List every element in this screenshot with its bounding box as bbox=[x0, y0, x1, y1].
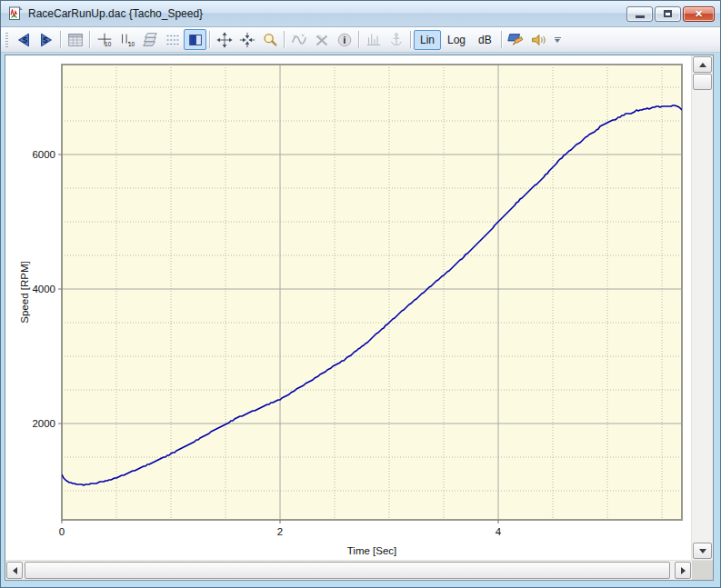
anchor-cursor-icon bbox=[387, 31, 406, 49]
toolbar-separator bbox=[501, 31, 502, 48]
shrink-axes-button[interactable] bbox=[235, 29, 258, 50]
db-scale-button[interactable]: dB bbox=[472, 30, 498, 50]
vertical-scroll-thumb[interactable] bbox=[693, 74, 712, 90]
x-divisions-icon: 10 bbox=[118, 31, 136, 49]
play-audio-button[interactable] bbox=[527, 29, 550, 50]
x-tick-label: 4 bbox=[496, 526, 502, 537]
worksheet-icon bbox=[66, 31, 85, 49]
maximize-icon bbox=[664, 10, 672, 17]
signal-document-icon bbox=[8, 6, 23, 21]
scroll-down-button[interactable] bbox=[693, 543, 712, 559]
x-divisions-button[interactable]: 10 bbox=[115, 29, 138, 50]
harmonic-cursor-button bbox=[362, 29, 385, 50]
scroll-right-icon bbox=[681, 567, 686, 574]
split-display-icon bbox=[186, 31, 205, 49]
close-button[interactable]: ✕ bbox=[683, 6, 715, 22]
svg-text:10: 10 bbox=[105, 41, 112, 47]
vertical-scroll-track[interactable] bbox=[692, 90, 713, 542]
y-tick-label: 4000 bbox=[32, 284, 55, 294]
log-scale-button[interactable]: Log bbox=[441, 30, 472, 50]
horizontal-scroll-track[interactable] bbox=[24, 561, 674, 580]
cursor-values-icon: 10 bbox=[95, 31, 114, 49]
scroll-left-icon bbox=[13, 567, 17, 574]
send-to-button[interactable] bbox=[505, 29, 527, 50]
cursor-values-button[interactable]: 10 bbox=[93, 29, 115, 50]
chart-panel: 200040006000024Time [Sec]Speed [RPM] bbox=[5, 55, 714, 581]
svg-text:S: S bbox=[22, 36, 27, 45]
shrink-axes-icon bbox=[238, 31, 256, 49]
caption-buttons: ✕ bbox=[626, 6, 715, 22]
scrollbar-corner bbox=[692, 561, 713, 580]
trace-info-icon: i bbox=[335, 31, 354, 49]
x-tick-label: 2 bbox=[277, 526, 283, 537]
edit-trace-button bbox=[287, 29, 310, 50]
delete-trace-icon bbox=[313, 31, 331, 49]
harmonic-cursor-icon bbox=[365, 31, 383, 49]
chevron-down-icon bbox=[555, 39, 560, 43]
toolbar-separator bbox=[89, 31, 90, 48]
scroll-up-icon bbox=[699, 63, 706, 67]
toolbar-separator bbox=[209, 31, 210, 48]
toolbar-separator bbox=[60, 31, 61, 48]
svg-text:i: i bbox=[343, 35, 345, 45]
expand-axes-icon bbox=[215, 31, 234, 49]
overlay-traces-icon bbox=[141, 31, 159, 49]
window-title: RaceCarRunUp.dac {Tacho_Speed} bbox=[28, 7, 626, 20]
anchor-cursor-button bbox=[385, 29, 407, 50]
zoom-button[interactable] bbox=[258, 29, 281, 50]
toolbar: SS1010iLinLogdB bbox=[1, 27, 720, 53]
play-audio-icon bbox=[529, 31, 547, 49]
lin-scale-button[interactable]: Lin bbox=[414, 30, 441, 50]
horizontal-scroll-thumb[interactable] bbox=[25, 562, 670, 579]
worksheet-button[interactable] bbox=[64, 29, 86, 50]
y-tick-label: 6000 bbox=[32, 149, 55, 160]
toolbar-separator bbox=[358, 31, 359, 48]
toolbar-grip[interactable] bbox=[5, 33, 8, 47]
client-area: 200040006000024Time [Sec]Speed [RPM] bbox=[1, 53, 720, 587]
expand-axes-button[interactable] bbox=[213, 29, 235, 50]
scroll-down-icon bbox=[699, 549, 706, 553]
close-icon: ✕ bbox=[695, 9, 703, 19]
horizontal-scrollbar[interactable] bbox=[5, 560, 713, 580]
reference-lines-button[interactable] bbox=[161, 29, 184, 50]
plot-background bbox=[62, 65, 682, 520]
toolbar-separator bbox=[284, 31, 285, 48]
speed-vs-time-plot[interactable]: 200040006000024Time [Sec]Speed [RPM] bbox=[5, 55, 694, 565]
application-window: RaceCarRunUp.dac {Tacho_Speed} ✕ SS1010i… bbox=[0, 0, 721, 588]
y-axis-label: Speed [RPM] bbox=[19, 261, 30, 323]
y-tick-label: 2000 bbox=[32, 418, 55, 429]
edit-trace-icon bbox=[290, 31, 308, 49]
overlay-traces-button[interactable] bbox=[138, 29, 161, 50]
vertical-scrollbar[interactable] bbox=[691, 55, 713, 560]
titlebar[interactable]: RaceCarRunUp.dac {Tacho_Speed} ✕ bbox=[1, 1, 720, 27]
chart-area[interactable]: 200040006000024Time [Sec]Speed [RPM] bbox=[5, 55, 691, 560]
reference-lines-icon bbox=[164, 31, 182, 49]
scroll-up-button[interactable] bbox=[693, 56, 712, 73]
minimize-icon bbox=[636, 15, 645, 18]
prev-section-button[interactable]: S bbox=[12, 29, 35, 50]
overflow-bar-icon bbox=[555, 37, 561, 38]
svg-text:10: 10 bbox=[128, 41, 135, 47]
trace-info-button: i bbox=[333, 29, 355, 50]
x-axis-label: Time [Sec] bbox=[347, 545, 397, 556]
svg-text:S: S bbox=[42, 36, 47, 45]
next-section-button[interactable]: S bbox=[35, 29, 57, 50]
minimize-button[interactable] bbox=[626, 6, 653, 22]
next-section-icon: S bbox=[37, 31, 55, 49]
prev-section-icon: S bbox=[15, 31, 33, 49]
toolbar-separator bbox=[410, 31, 411, 48]
maximize-button[interactable] bbox=[655, 6, 681, 22]
x-tick-label: 0 bbox=[59, 526, 65, 537]
send-to-icon bbox=[506, 31, 525, 49]
zoom-icon bbox=[261, 31, 279, 49]
delete-trace-button bbox=[310, 29, 333, 50]
toolbar-overflow-button[interactable] bbox=[552, 29, 564, 50]
split-display-button[interactable] bbox=[184, 29, 206, 50]
